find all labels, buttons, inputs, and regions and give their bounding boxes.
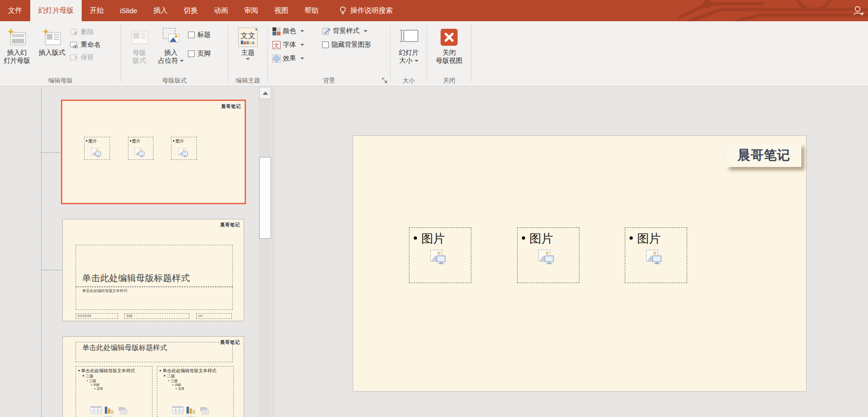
bullet-icon [86,140,87,142]
bullet-icon [94,388,95,389]
bullet-icon [130,140,131,142]
bullet-icon [173,140,174,142]
theme-fonts-icon: 文 [272,41,281,49]
brand-text: 晨哥笔记 [221,103,241,110]
tab-view[interactable]: 视图 [266,0,297,21]
brand-label[interactable]: 晨哥笔记 [726,143,801,167]
bullet-icon [168,380,169,381]
dropdown-arrow-icon [364,30,367,32]
thumbnail-pane: 晨哥笔记 图片 图片 图片 晨哥笔记 单击此处编辑母版标题样式 单击此处编辑母版… [0,87,259,417]
master-layout-button[interactable]: 母版 版式 [125,24,154,75]
group-label-close: 关闭 [427,76,471,85]
group-label-size: 大小 [391,76,427,85]
dropdown-arrow-icon [300,58,304,59]
dropdown-arrow-icon [300,30,304,32]
bullet-icon [91,384,92,385]
circuit-pattern-decoration [679,0,868,21]
sign-in-person-icon[interactable] [852,5,864,17]
bullet-icon [83,375,84,376]
svg-text:文文: 文文 [240,32,255,40]
group-edit-master: 插入幻 灯片母版 插入版式 [0,21,121,86]
picture-placeholder-icon [538,249,556,266]
group-master-layout: 母版 版式 插入 占位符 [121,21,228,86]
tell-me-search[interactable]: 操作说明搜索 [339,0,393,21]
scroll-up-arrow-icon [263,92,268,95]
themes-button[interactable]: 文文 主题 [231,24,264,75]
mini-picture-placeholder: 图片 [171,137,197,160]
group-background: 颜色 文 字体 效果 [268,21,391,86]
scroll-up-button[interactable] [259,87,271,99]
pane-separator [273,87,273,417]
svg-text:文: 文 [274,42,280,49]
insert-placeholder-icon [160,26,182,49]
picture-placeholder-3[interactable]: 图片 [625,227,687,283]
delete-icon [70,29,78,36]
master-layout-icon [129,26,149,49]
scrollbar-thumb[interactable] [259,157,271,239]
thumbnail-two-content-layout[interactable]: 晨哥笔记 单击此处编辑母版标题样式 单击此处编辑母版文本样式 二级 三级 四级 … [62,336,244,417]
fonts-button[interactable]: 文 字体 [272,41,322,49]
bullet-icon [87,380,88,381]
content-placeholder-icons [90,406,137,417]
group-close: 关闭 母版视图 关闭 [427,21,471,86]
picture-placeholder-icon [178,147,189,158]
rename-icon [70,42,78,49]
workspace: 晨哥笔记 图片 图片 图片 晨哥笔记 单击此处编辑母版标题样式 单击此处编辑母版… [0,87,868,417]
delete-button[interactable]: 删除 [70,28,117,36]
theme-effects-icon [272,55,281,63]
picture-placeholder-icon [430,249,448,266]
thumbnail-scrollbar[interactable] [259,87,272,417]
mini-slidenumber-placeholder: <#> [196,313,232,319]
footer-checkbox[interactable]: 页脚 [188,50,226,58]
tab-animations[interactable]: 动画 [206,0,236,21]
tab-home[interactable]: 开始 [82,0,112,21]
picture-placeholder-icon [91,147,102,158]
bullet-icon [160,370,161,371]
bullet-icon [78,370,80,371]
picture-placeholder-2[interactable]: 图片 [517,227,579,283]
tab-transitions[interactable]: 切换 [176,0,206,21]
tab-insert[interactable]: 插入 [145,0,176,21]
tab-help[interactable]: 帮助 [297,0,327,21]
group-label-master-layout: 母版版式 [121,76,228,85]
tab-islide[interactable]: iSlide [112,0,145,21]
rename-button[interactable]: 重命名 [70,41,117,49]
checkbox-unchecked-icon [322,42,329,48]
colors-button[interactable]: 颜色 [272,27,322,35]
tab-review[interactable]: 审阅 [236,0,266,21]
thumbnail-title-layout[interactable]: 晨哥笔记 单击此处编辑母版标题样式 单击此处编辑母版文本样式 2019/9/28… [62,219,244,321]
slide-size-button[interactable]: 幻灯片 大小 [392,24,425,75]
connector-branch [42,270,62,270]
picture-placeholder-1[interactable]: 图片 [409,227,471,283]
checkbox-unchecked-icon [188,50,195,57]
dropdown-arrow-icon [180,60,184,62]
dropdown-arrow-icon [300,44,304,46]
connector-branch [42,152,62,153]
effects-button[interactable]: 效果 [272,54,322,63]
brand-text: 晨哥笔记 [220,222,240,228]
background-dialog-launcher-icon[interactable] [382,78,388,84]
insert-layout-button[interactable]: 插入版式 [34,24,70,75]
hide-background-graphics-checkbox[interactable]: 隐藏背景图形 [322,41,391,49]
bullet-icon [172,384,173,385]
background-styles-button[interactable]: 背景样式 [322,27,391,35]
mini-title-placeholder: 单击此处编辑母版标题样式 [76,245,233,287]
insert-slide-master-button[interactable]: 插入幻 灯片母版 [0,24,34,75]
picture-placeholder-icon [646,249,664,266]
close-master-view-button[interactable]: 关闭 母版视图 [428,24,470,75]
ribbon: 插入幻 灯片母版 插入版式 [0,21,868,86]
slide-master-canvas[interactable]: 晨哥笔记 图片 图片 图片 [353,135,807,392]
title-checkbox[interactable]: 标题 [188,31,226,39]
mini-footer-placeholder: 页脚 [124,313,189,319]
insert-placeholder-button[interactable]: 插入 占位符 [154,24,188,75]
tab-file[interactable]: 文件 [0,0,30,21]
preserve-button[interactable]: 保留 [70,53,117,62]
dropdown-arrow-icon [246,58,250,60]
bullet-icon [522,236,525,240]
background-styles-icon [322,27,331,35]
tab-slide-master[interactable]: 幻灯片母版 [30,0,82,21]
mini-subtitle-placeholder: 单击此处编辑母版文本样式 [76,287,233,310]
thumbnail-master-picture-layout[interactable]: 晨哥笔记 图片 图片 图片 [61,100,246,204]
dropdown-arrow-icon [415,60,418,62]
master-layout-connector-line [41,88,42,417]
